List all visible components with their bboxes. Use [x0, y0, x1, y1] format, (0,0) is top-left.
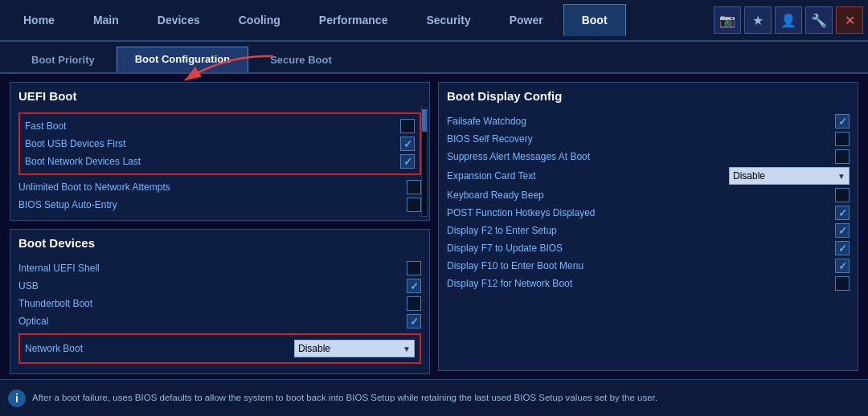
boot-display-section: Boot Display Config Failsafe Watchdog BI…: [438, 82, 858, 371]
keyboard-ready-label: Keyboard Ready Beep: [447, 190, 544, 201]
optical-checkbox[interactable]: [407, 314, 421, 328]
display-f7-label: Display F7 to Update BIOS: [447, 243, 563, 254]
status-text: After a boot failure, uses BIOS defaults…: [32, 391, 657, 404]
close-button[interactable]: ✕: [836, 6, 863, 34]
user-button[interactable]: 👤: [775, 6, 802, 34]
network-boot-row: Network Boot Disable ▼: [25, 338, 415, 359]
fast-boot-checkbox[interactable]: [400, 119, 415, 133]
right-panel: Boot Display Config Failsafe Watchdog BI…: [438, 82, 858, 371]
boot-network-last-checkbox[interactable]: [400, 154, 415, 169]
internal-uefi-label: Internal UEFI Shell: [18, 263, 100, 274]
usb-row: USB: [18, 277, 421, 295]
tab-boot[interactable]: Boot: [563, 4, 626, 36]
info-icon: i: [8, 389, 26, 407]
wrench-button[interactable]: 🔧: [805, 6, 833, 34]
tab-cooling[interactable]: Cooling: [220, 4, 299, 36]
sub-tab-secure-boot[interactable]: Secure Boot: [252, 47, 350, 72]
uefi-boot-title: UEFI Boot: [18, 89, 421, 106]
bios-auto-entry-row: BIOS Setup Auto-Entry: [18, 196, 421, 214]
display-f2-checkbox[interactable]: [835, 223, 850, 238]
unlimited-boot-checkbox[interactable]: [407, 180, 421, 194]
expansion-card-dropdown[interactable]: Disable ▼: [729, 167, 850, 185]
suppress-alert-checkbox[interactable]: [835, 149, 850, 164]
boot-devices-section: Boot Devices Internal UEFI Shell USB Thu…: [10, 229, 430, 374]
camera-button[interactable]: 📷: [714, 6, 741, 34]
tab-security[interactable]: Security: [407, 4, 489, 36]
display-f7-row: Display F7 to Update BIOS: [447, 239, 850, 257]
network-boot-label: Network Boot: [25, 343, 83, 354]
tab-home[interactable]: Home: [5, 4, 73, 36]
highlighted-boot-settings: Fast Boot Boot USB Devices First Boot Ne…: [18, 112, 421, 175]
bios-auto-entry-checkbox[interactable]: [407, 198, 421, 212]
expansion-card-row: Expansion Card Text Disable ▼: [447, 165, 850, 186]
boot-network-last-row: Boot Network Devices Last: [25, 153, 415, 170]
display-f12-row: Display F12 for Network Boot: [447, 275, 850, 292]
tab-main[interactable]: Main: [75, 4, 137, 36]
display-f10-row: Display F10 to Enter Boot Menu: [447, 257, 850, 275]
sub-tab-boot-priority[interactable]: Boot Priority: [13, 47, 113, 72]
failsafe-watchdog-label: Failsafe Watchdog: [447, 116, 526, 127]
keyboard-ready-checkbox[interactable]: [835, 188, 850, 202]
thunderbolt-label: Thunderbolt Boot: [18, 298, 92, 309]
usb-checkbox[interactable]: [407, 279, 421, 293]
optical-label: Optical: [18, 316, 48, 327]
network-boot-group: Network Boot Disable ▼: [18, 333, 421, 364]
uefi-boot-section: UEFI Boot Fast Boot Boot USB Devices Fir…: [10, 82, 430, 221]
unlimited-boot-row: Unlimited Boot to Network Attempts: [18, 178, 421, 196]
boot-network-last-label: Boot Network Devices Last: [25, 156, 141, 167]
display-f2-label: Display F2 to Enter Setup: [447, 225, 557, 236]
network-boot-dropdown-arrow: ▼: [403, 345, 411, 353]
main-content: UEFI Boot Fast Boot Boot USB Devices Fir…: [0, 74, 868, 379]
display-f12-checkbox[interactable]: [835, 276, 850, 291]
display-f12-label: Display F12 for Network Boot: [447, 278, 572, 289]
boot-usb-checkbox[interactable]: [400, 137, 415, 151]
usb-label: USB: [18, 280, 39, 292]
display-f10-label: Display F10 to Enter Boot Menu: [447, 260, 583, 271]
display-f2-row: Display F2 to Enter Setup: [447, 222, 850, 239]
bios-self-recovery-row: BIOS Self Recovery: [447, 130, 850, 148]
status-bar: i After a boot failure, uses BIOS defaul…: [0, 379, 868, 416]
expansion-card-dropdown-arrow: ▼: [837, 172, 845, 181]
keyboard-ready-row: Keyboard Ready Beep: [447, 186, 850, 204]
unlimited-boot-label: Unlimited Boot to Network Attempts: [18, 181, 170, 193]
uefi-scroll-thumb: [422, 109, 427, 132]
display-f10-checkbox[interactable]: [835, 259, 850, 273]
sub-tab-boot-configuration[interactable]: Boot Configuration: [117, 47, 248, 72]
sub-tab-bar: Boot Priority Boot Configuration Secure …: [0, 42, 868, 74]
internal-uefi-checkbox[interactable]: [407, 261, 421, 275]
network-boot-dropdown[interactable]: Disable ▼: [294, 340, 415, 357]
top-navigation: Home Main Devices Cooling Performance Se…: [0, 0, 868, 42]
boot-display-title: Boot Display Config: [447, 89, 850, 106]
nav-icons: 📷 ★ 👤 🔧 ✕: [714, 6, 863, 34]
fast-boot-label: Fast Boot: [25, 120, 66, 132]
suppress-alert-row: Suppress Alert Messages At Boot: [447, 148, 850, 165]
thunderbolt-row: Thunderbolt Boot: [18, 295, 421, 312]
expansion-card-label: Expansion Card Text: [447, 170, 536, 181]
thunderbolt-checkbox[interactable]: [407, 296, 421, 311]
failsafe-watchdog-checkbox[interactable]: [835, 114, 850, 128]
star-button[interactable]: ★: [744, 6, 772, 34]
suppress-alert-label: Suppress Alert Messages At Boot: [447, 151, 590, 162]
display-f7-checkbox[interactable]: [835, 241, 850, 255]
tab-devices[interactable]: Devices: [139, 4, 219, 36]
boot-usb-row: Boot USB Devices First: [25, 135, 415, 153]
post-hotkeys-row: POST Function Hotkeys Displayed: [447, 204, 850, 222]
boot-devices-title: Boot Devices: [18, 236, 421, 253]
optical-row: Optical: [18, 312, 421, 330]
post-hotkeys-label: POST Function Hotkeys Displayed: [447, 207, 596, 218]
boot-usb-label: Boot USB Devices First: [25, 138, 125, 149]
left-panel: UEFI Boot Fast Boot Boot USB Devices Fir…: [10, 82, 430, 371]
tab-performance[interactable]: Performance: [301, 4, 407, 36]
tab-power[interactable]: Power: [491, 4, 562, 36]
bios-self-recovery-label: BIOS Self Recovery: [447, 133, 533, 145]
failsafe-watchdog-row: Failsafe Watchdog: [447, 112, 850, 130]
uefi-scrollbar[interactable]: [421, 107, 428, 217]
fast-boot-row: Fast Boot: [25, 117, 415, 135]
internal-uefi-row: Internal UEFI Shell: [18, 259, 421, 277]
bios-auto-entry-label: BIOS Setup Auto-Entry: [18, 199, 117, 210]
bios-self-recovery-checkbox[interactable]: [835, 132, 850, 146]
post-hotkeys-checkbox[interactable]: [835, 206, 850, 220]
